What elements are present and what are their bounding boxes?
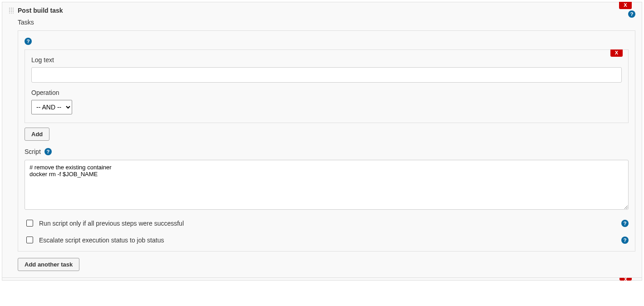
panel-title: Post build task xyxy=(18,7,63,14)
post-build-task-panel: X ? Post build task Tasks ? X Log text O… xyxy=(2,2,642,278)
help-icon[interactable]: ? xyxy=(628,10,635,18)
close-next-panel-button[interactable]: X xyxy=(619,278,632,281)
operation-select[interactable]: -- AND -- xyxy=(31,100,72,114)
help-icon[interactable]: ? xyxy=(621,237,629,244)
run-if-success-label: Run script only if all previous steps we… xyxy=(39,220,184,227)
task-block: ? X Log text Operation -- AND -- Add Scr… xyxy=(18,30,635,252)
panel-header: Post build task xyxy=(9,7,635,14)
log-text-label: Log text xyxy=(31,56,622,64)
run-if-success-checkbox[interactable] xyxy=(26,220,33,227)
close-log-block-button[interactable]: X xyxy=(610,49,623,57)
escalate-checkbox[interactable] xyxy=(26,237,33,243)
add-button[interactable]: Add xyxy=(25,128,49,141)
tasks-label: Tasks xyxy=(18,19,635,26)
log-text-input[interactable] xyxy=(31,67,622,83)
log-operation-block: X Log text Operation -- AND -- xyxy=(25,49,629,123)
script-label: Script xyxy=(25,148,41,155)
operation-label: Operation xyxy=(31,89,622,96)
escalate-label: Escalate script execution status to job … xyxy=(39,237,164,244)
help-icon[interactable]: ? xyxy=(621,220,629,227)
help-icon[interactable]: ? xyxy=(25,38,32,45)
next-panel-peek: X xyxy=(2,278,642,281)
help-icon[interactable]: ? xyxy=(44,148,52,155)
add-another-task-button[interactable]: Add another task xyxy=(18,258,79,271)
script-textarea[interactable] xyxy=(25,160,629,210)
close-panel-button[interactable]: X xyxy=(619,2,632,9)
drag-handle-icon[interactable] xyxy=(9,7,14,14)
